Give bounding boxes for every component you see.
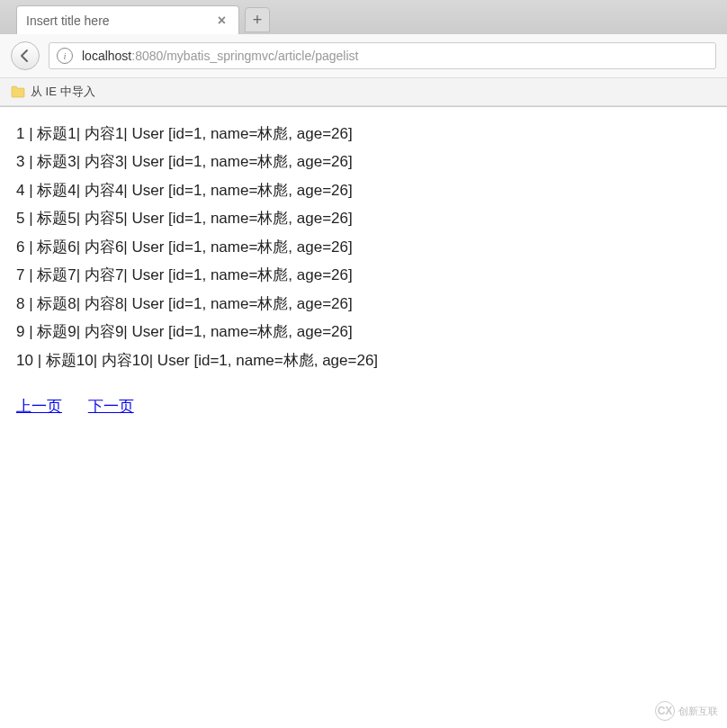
article-row: 7 | 标题7| 内容7| User [id=1, name=林彪, age=2… <box>16 261 711 289</box>
url-host: localhost <box>82 49 131 63</box>
watermark: CX 创新互联 <box>655 701 718 721</box>
prev-page-link[interactable]: 上一页 <box>16 398 62 415</box>
folder-icon <box>11 85 25 98</box>
watermark-text: 创新互联 <box>678 705 718 718</box>
info-icon[interactable]: i <box>57 48 73 64</box>
browser-chrome: Insert title here × + i localhost:8080/m… <box>0 0 727 107</box>
nav-bar: i localhost:8080/mybatis_springmvc/artic… <box>0 34 727 78</box>
article-row: 9 | 标题9| 内容9| User [id=1, name=林彪, age=2… <box>16 318 711 346</box>
page-content: 1 | 标题1| 内容1| User [id=1, name=林彪, age=2… <box>0 107 727 433</box>
url-port: :8080 <box>131 49 163 63</box>
back-button[interactable] <box>11 41 40 70</box>
close-icon[interactable]: × <box>214 13 229 29</box>
article-row: 6 | 标题6| 内容6| User [id=1, name=林彪, age=2… <box>16 233 711 261</box>
article-row: 8 | 标题8| 内容8| User [id=1, name=林彪, age=2… <box>16 290 711 318</box>
new-tab-button[interactable]: + <box>245 7 270 32</box>
browser-tab[interactable]: Insert title here × <box>16 5 239 34</box>
article-row: 10 | 标题10| 内容10| User [id=1, name=林彪, ag… <box>16 346 711 374</box>
article-row: 5 | 标题5| 内容5| User [id=1, name=林彪, age=2… <box>16 204 711 232</box>
tab-bar: Insert title here × + <box>0 0 727 34</box>
next-page-link[interactable]: 下一页 <box>88 398 134 415</box>
articles-list: 1 | 标题1| 内容1| User [id=1, name=林彪, age=2… <box>16 120 711 374</box>
url-bar[interactable]: i localhost:8080/mybatis_springmvc/artic… <box>49 42 716 69</box>
url-text: localhost:8080/mybatis_springmvc/article… <box>82 49 358 63</box>
bookmark-item[interactable]: 从 IE 中导入 <box>31 84 95 100</box>
watermark-logo: CX <box>655 701 675 721</box>
article-row: 1 | 标题1| 内容1| User [id=1, name=林彪, age=2… <box>16 120 711 148</box>
article-row: 3 | 标题3| 内容3| User [id=1, name=林彪, age=2… <box>16 148 711 175</box>
tab-title: Insert title here <box>26 13 214 28</box>
url-path: /mybatis_springmvc/article/pagelist <box>163 49 358 63</box>
bookmarks-bar: 从 IE 中导入 <box>0 78 727 106</box>
pagination: 上一页 下一页 <box>16 392 711 420</box>
arrow-left-icon <box>18 49 32 63</box>
article-row: 4 | 标题4| 内容4| User [id=1, name=林彪, age=2… <box>16 176 711 204</box>
